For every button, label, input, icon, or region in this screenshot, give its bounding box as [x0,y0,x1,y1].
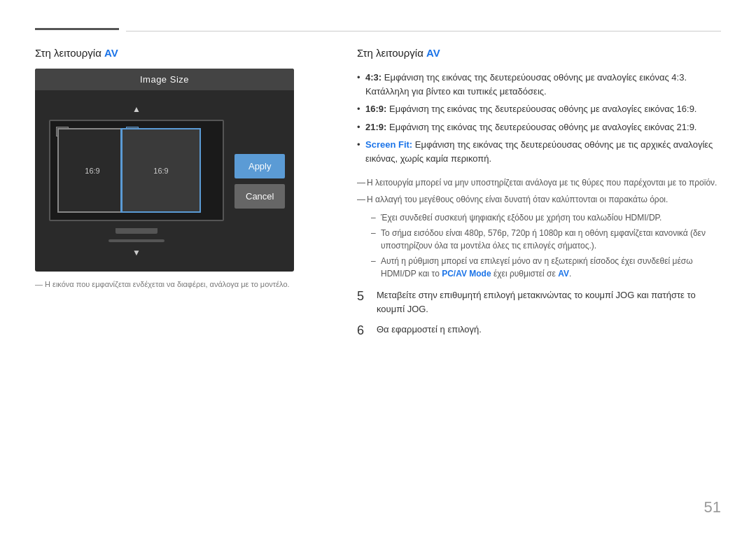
right-section-heading: Στη λειτουργία AV [357,47,721,59]
right-column: Στη λειτουργία AV 4:3: Εμφάνιση της εικό… [357,47,721,346]
screen-right-label: 16:9 [153,167,168,175]
main-columns: Στη λειτουργία AV Image Size ▲ 16:9 [35,47,721,346]
step-5: 5 Μεταβείτε στην επιθυμητή επιλογή μετακ… [357,287,721,316]
left-column: Στη λειτουργία AV Image Size ▲ 16:9 [35,47,329,346]
arrow-up-icon[interactable]: ▲ [132,104,141,114]
sub-bullet-list: Έχει συνδεθεί συσκευή ψηφιακής εξόδου με… [371,210,721,281]
screen-right: 16:9 [120,128,201,213]
monitor-display: 16:9 16:9 [49,120,224,221]
buttons-area: Apply Cancel [234,154,285,209]
sub-list-item: Το σήμα εισόδου είναι 480p, 576p, 720p ή… [371,225,721,253]
sub-list-item: Έχει συνδεθεί συσκευή ψηφιακής εξόδου με… [371,210,721,225]
top-rule-dark [35,28,119,30]
note-line-1: Η λειτουργία μπορεί να μην υποστηρίζεται… [357,174,721,191]
image-size-panel: Image Size ▲ 16:9 [35,69,294,272]
list-item: 16:9: Εμφάνιση της εικόνας της δευτερεύο… [357,100,721,118]
apply-button[interactable]: Apply [234,154,285,178]
panel-content: ▲ 16:9 16:9 [35,90,294,272]
monitor-stand [115,228,158,234]
list-item: Screen Fit: Εμφάνιση της εικόνας της δευ… [357,136,721,167]
header-row [35,28,721,33]
bullet-list: 4:3: Εμφάνιση της εικόνας της δευτερεύου… [357,69,721,167]
monitor-area: ▲ 16:9 16:9 [49,104,224,258]
panel-title: Image Size [35,69,294,90]
list-item: 21:9: Εμφάνιση της εικόνας της δευτερεύο… [357,118,721,136]
screen-left: 16:9 [57,128,127,213]
list-item: 4:3: Εμφάνιση της εικόνας της δευτερεύου… [357,69,721,100]
monitor-base [108,239,164,242]
left-section-heading: Στη λειτουργία AV [35,47,329,59]
arrow-down-icon[interactable]: ▼ [132,248,141,258]
screen-left-label: 16:9 [85,167,99,175]
top-rule-light [126,31,721,31]
panel-footnote: Η εικόνα που εμφανίζεται ενδέχεται να δι… [35,280,329,288]
note-line-2: Η αλλαγή του μεγέθους οθόνης είναι δυνατ… [357,191,721,208]
step-6: 6 Θα εφαρμοστεί η επιλογή. [357,321,721,340]
sub-list-item: Αυτή η ρύθμιση μπορεί να επιλεγεί μόνο α… [371,253,721,281]
page-number: 51 [704,498,721,517]
page-container: Στη λειτουργία AV Image Size ▲ 16:9 [0,0,756,534]
cancel-button[interactable]: Cancel [234,184,285,209]
